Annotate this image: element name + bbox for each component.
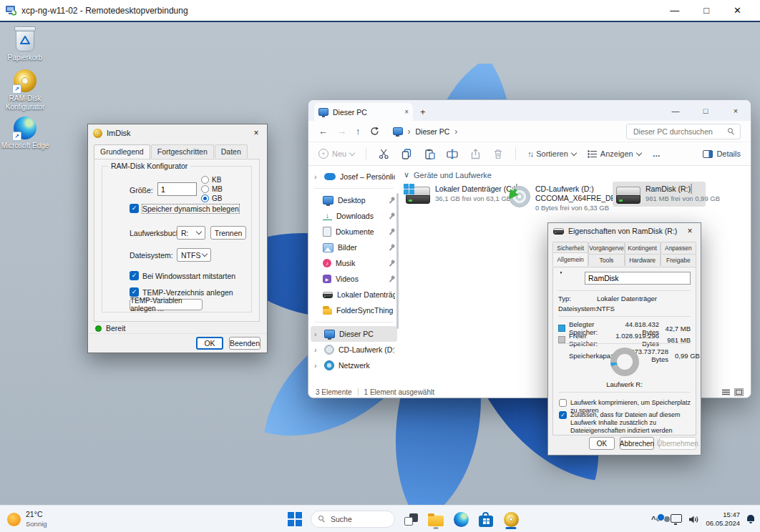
imdisk-taskbar-button[interactable] (502, 508, 520, 530)
desktop-icon-ramdisk-konfigurator[interactable]: RAM-Disk Konfigurator (0, 69, 50, 111)
volume-name-input[interactable] (585, 272, 691, 285)
cancel-button[interactable]: Abbrechen (620, 437, 654, 450)
sidebar-item-netzwerk[interactable]: › Netzwerk (308, 358, 399, 373)
paste-button[interactable] (424, 148, 435, 159)
tempdir-checkbox[interactable]: TEMP-Verzeichnis anlegen (130, 287, 233, 297)
ok-button[interactable]: OK (589, 437, 615, 450)
detach-button[interactable]: Trennen (210, 226, 246, 240)
explorer-tab-dieser-pc[interactable]: Dieser PC × (314, 103, 413, 121)
temp-variables-button[interactable]: TEMP-Variablen anlegen ... (130, 299, 203, 310)
more-options-button[interactable]: … (653, 149, 661, 158)
tab-tools[interactable]: Tools (588, 254, 624, 266)
section-devices-drives[interactable]: ∨ Geräte und Laufwerke (404, 170, 492, 179)
quit-button[interactable]: Beenden (229, 337, 260, 350)
tab-vorgaengerversionen[interactable]: Vorgängerversionen (588, 242, 624, 254)
dynamic-memory-checkbox[interactable]: Speicher dynamisch belegen (130, 204, 239, 213)
store-button[interactable] (477, 508, 495, 530)
unit-mb-radio[interactable]: MB (201, 185, 223, 193)
sidebar-item-onedrive[interactable]: › Josef – Persönlich (308, 169, 399, 184)
properties-close-icon[interactable]: × (684, 226, 696, 236)
autostart-checkbox[interactable]: Bei Windowsstart mitstarten (130, 271, 235, 280)
sidebar-scrollbar[interactable] (396, 193, 399, 329)
cut-button[interactable] (378, 148, 389, 159)
sort-button[interactable]: ↑↓ Sortieren (527, 149, 576, 158)
breadcrumb[interactable]: › Dieser PC › (389, 123, 618, 140)
task-view-button[interactable] (401, 508, 420, 530)
share-button[interactable] (469, 148, 481, 159)
up-icon[interactable]: ↑ (356, 126, 361, 137)
explorer-minimize-icon[interactable]: — (661, 100, 691, 121)
refresh-icon[interactable] (370, 127, 379, 136)
sidebar-item-dieser-pc[interactable]: › Dieser PC (311, 326, 397, 342)
drive-tile-d[interactable]: CD-Laufwerk (D:) CCCOMA_X64FRE_DE-DE_DV9… (505, 182, 615, 215)
drive-tile-c[interactable]: Lokaler Datenträger (C:) 36,1 GB frei vo… (402, 182, 508, 207)
taskbar-search[interactable]: Suche (311, 511, 395, 528)
sidebar-item-desktop[interactable]: Desktop (308, 192, 399, 208)
tab-hardware[interactable]: Hardware (625, 254, 661, 266)
file-explorer-button[interactable] (427, 508, 445, 530)
edge-button[interactable] (452, 508, 470, 530)
tab-daten[interactable]: Daten (215, 144, 248, 158)
drive-letter-select[interactable]: R: (177, 226, 205, 240)
tab-grundlegend[interactable]: Grundlegend (94, 144, 150, 159)
details-pane-button[interactable]: Details (703, 149, 741, 158)
rename-button[interactable] (447, 148, 458, 159)
sidebar-item-downloads[interactable]: ↓ Downloads (308, 208, 399, 224)
weather-widget[interactable]: 21°C Sonnig (7, 506, 47, 532)
back-icon[interactable]: ← (318, 126, 328, 137)
tab-anpassen[interactable]: Anpassen (661, 242, 696, 254)
notifications-bell-icon[interactable] (746, 515, 755, 523)
tab-kontingent[interactable]: Kontingent (625, 242, 661, 254)
explorer-close-icon[interactable]: × (721, 100, 751, 121)
sidebar-item-musik[interactable]: ♪ Musik (308, 255, 399, 271)
view-button[interactable]: Anzeigen (588, 149, 641, 158)
copy-button[interactable] (401, 148, 412, 159)
clock[interactable]: 15:47 06.05.2024 (706, 511, 740, 528)
rdp-close-icon[interactable]: ✕ (734, 5, 741, 16)
expand-chevron-icon[interactable]: › (314, 172, 320, 181)
rdp-maximize-icon[interactable]: □ (703, 5, 709, 16)
drive-tile-r[interactable]: RamDisk (R:) 981 MB frei von 0,99 GB (613, 182, 706, 207)
display-tray-icon[interactable] (671, 514, 682, 523)
forward-icon[interactable]: → (337, 126, 346, 137)
filesystem-select[interactable]: NTFS (177, 248, 211, 262)
breadcrumb-location[interactable]: Dieser PC (416, 127, 450, 136)
explorer-search-input[interactable] (632, 127, 724, 137)
delete-button[interactable] (492, 148, 504, 159)
sidebar-item-cd-drive[interactable]: › CD-Laufwerk (D:) CCCOMA_ (308, 342, 399, 358)
start-button[interactable] (286, 508, 304, 530)
tab-fortgeschritten[interactable]: Fortgeschritten (151, 144, 214, 158)
sidebar-item-bilder[interactable]: Bilder (308, 240, 399, 255)
new-tab-icon[interactable]: + (420, 107, 426, 117)
expand-chevron-icon[interactable]: › (314, 361, 320, 370)
volume-icon[interactable] (688, 515, 699, 524)
tab-allgemein[interactable]: Allgemein (552, 252, 588, 266)
details-view-icon[interactable] (722, 389, 730, 395)
tab-close-icon[interactable]: × (404, 108, 409, 116)
imdisk-titlebar[interactable]: ImDisk × (88, 124, 267, 142)
explorer-search-box[interactable] (626, 124, 741, 139)
index-checkbox[interactable]: Zulassen, dass für Dateien auf diesem La… (559, 411, 691, 434)
unit-kb-radio[interactable]: KB (201, 176, 221, 184)
sidebar-item-foldersyncthing[interactable]: FolderSyncThing (308, 302, 399, 318)
desktop-icon-recycle-bin[interactable]: Papierkorb (0, 29, 50, 62)
ok-button[interactable]: OK (196, 337, 223, 350)
sidebar-item-videos[interactable]: ▶ Videos (308, 271, 399, 287)
rdp-minimize-icon[interactable]: — (670, 5, 679, 16)
sidebar-item-drive-c[interactable]: Lokaler Datenträger (C:) (308, 287, 399, 302)
tray-expand-icon[interactable]: ^ (651, 515, 656, 523)
sidebar-item-dokumente[interactable]: Dokumente (308, 224, 399, 240)
rdp-titlebar[interactable]: xcp-ng-w11-02 - Remotedesktopverbindung … (0, 0, 760, 21)
expand-chevron-icon[interactable]: › (314, 345, 320, 354)
tab-freigabe[interactable]: Freigabe (661, 254, 696, 266)
expand-chevron-icon[interactable]: › (314, 330, 320, 338)
explorer-maximize-icon[interactable]: □ (691, 100, 721, 121)
thumbnail-view-icon[interactable] (734, 388, 744, 396)
apply-button[interactable]: Übernehmen (659, 437, 696, 450)
desktop-icon-microsoft-edge[interactable]: Microsoft Edge (0, 117, 50, 150)
properties-titlebar[interactable]: Eigenschaften von RamDisk (R:) × (548, 223, 701, 239)
new-button[interactable]: + Neu (318, 149, 354, 159)
imdisk-close-icon[interactable]: × (250, 128, 262, 138)
unit-gb-radio[interactable]: GB (201, 194, 222, 202)
size-input[interactable] (157, 182, 197, 196)
